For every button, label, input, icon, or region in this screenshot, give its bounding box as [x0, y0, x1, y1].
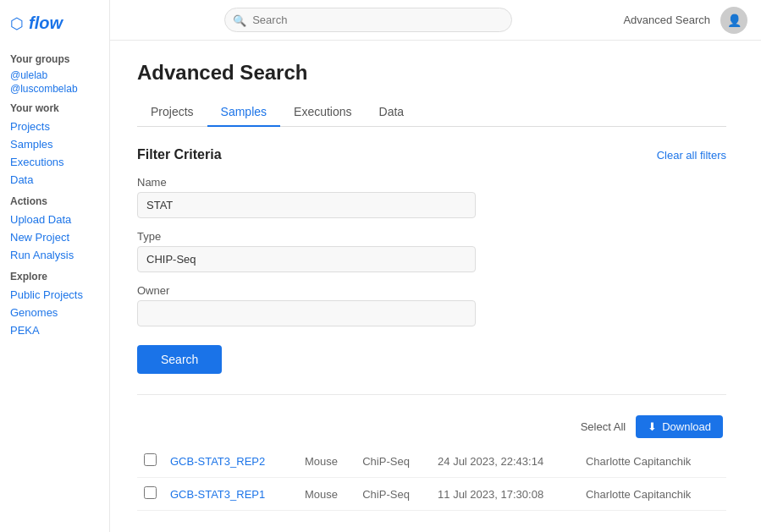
- search-icon: 🔍: [233, 14, 246, 26]
- topbar: 🔍 Advanced Search 👤: [110, 0, 761, 41]
- work-section-label: Your work: [0, 96, 109, 118]
- sample-organism-2: Mouse: [298, 478, 356, 511]
- owner-filter-field: Owner: [137, 284, 726, 326]
- nav-new-project[interactable]: New Project: [0, 228, 109, 246]
- tab-samples[interactable]: Samples: [207, 98, 280, 127]
- owner-filter-label: Owner: [137, 284, 726, 297]
- table-row: GCB-STAT3_REP2 Mouse ChiP-Seq 24 Jul 202…: [137, 445, 726, 478]
- row-checkbox-1[interactable]: [144, 453, 157, 466]
- nav-projects[interactable]: Projects: [0, 118, 109, 135]
- advanced-search-link[interactable]: Advanced Search: [623, 14, 710, 26]
- actions-section-label: Actions: [0, 189, 109, 211]
- nav-upload-data[interactable]: Upload Data: [0, 211, 109, 228]
- sample-type-1: ChiP-Seq: [356, 445, 431, 478]
- name-filter-label: Name: [137, 176, 726, 189]
- explore-section-label: Explore: [0, 264, 109, 286]
- type-filter-field: Type: [137, 230, 726, 272]
- nav-run-analysis[interactable]: Run Analysis: [0, 246, 109, 264]
- user-avatar[interactable]: 👤: [720, 7, 747, 34]
- filter-header: Filter Criteria Clear all filters: [137, 147, 726, 162]
- results-divider: [137, 394, 726, 395]
- global-search-bar[interactable]: 🔍: [224, 8, 512, 32]
- nav-genomes[interactable]: Genomes: [0, 304, 109, 321]
- results-table: GCB-STAT3_REP2 Mouse ChiP-Seq 24 Jul 202…: [137, 445, 726, 511]
- group-luscombelab[interactable]: @luscombelab: [0, 82, 109, 96]
- row-checkbox-2[interactable]: [144, 486, 157, 499]
- search-button[interactable]: Search: [137, 345, 222, 374]
- tabs: Projects Samples Executions Data: [137, 98, 726, 127]
- logo: ⬡ flow: [0, 10, 109, 47]
- name-filter-input[interactable]: [137, 192, 476, 218]
- tab-data[interactable]: Data: [366, 98, 418, 127]
- sample-type-2: ChiP-Seq: [356, 478, 431, 511]
- logo-text: flow: [29, 14, 63, 33]
- nav-executions[interactable]: Executions: [0, 153, 109, 171]
- results-toolbar: Select All ⬇ Download: [137, 415, 726, 438]
- sample-organism-1: Mouse: [298, 445, 356, 478]
- type-filter-input[interactable]: [137, 246, 476, 272]
- type-filter-label: Type: [137, 230, 726, 243]
- sample-owner-2: Charlotte Capitanchik: [579, 478, 726, 511]
- group-ulelab[interactable]: @ulelab: [0, 69, 109, 82]
- clear-all-filters-link[interactable]: Clear all filters: [657, 149, 726, 162]
- nav-samples[interactable]: Samples: [0, 135, 109, 153]
- download-button-label: Download: [662, 420, 711, 433]
- nav-data[interactable]: Data: [0, 171, 109, 189]
- main-content: Advanced Search Projects Samples Executi…: [110, 41, 761, 532]
- nav-peka[interactable]: PEKA: [0, 321, 109, 339]
- tab-projects[interactable]: Projects: [137, 98, 207, 127]
- filter-title: Filter Criteria: [137, 147, 222, 162]
- name-filter-field: Name: [137, 176, 726, 218]
- sample-owner-1: Charlotte Capitanchik: [579, 445, 726, 478]
- sample-name-2[interactable]: GCB-STAT3_REP1: [163, 478, 298, 511]
- nav-public-projects[interactable]: Public Projects: [0, 286, 109, 304]
- sidebar: ⬡ flow Your groups @ulelab @luscombelab …: [0, 0, 110, 532]
- select-all-label: Select All: [581, 420, 626, 433]
- download-icon: ⬇: [648, 420, 657, 433]
- page-title: Advanced Search: [137, 61, 726, 85]
- table-row: GCB-STAT3_REP1 Mouse ChiP-Seq 11 Jul 202…: [137, 478, 726, 511]
- owner-filter-input[interactable]: [137, 300, 476, 326]
- groups-section-label: Your groups: [0, 47, 109, 69]
- sample-date-1: 24 Jul 2023, 22:43:14: [431, 445, 579, 478]
- global-search-input[interactable]: [224, 8, 512, 32]
- sample-name-1[interactable]: GCB-STAT3_REP2: [163, 445, 298, 478]
- logo-icon: ⬡: [10, 14, 24, 33]
- sample-date-2: 11 Jul 2023, 17:30:08: [431, 478, 579, 511]
- tab-executions[interactable]: Executions: [280, 98, 365, 127]
- download-button[interactable]: ⬇ Download: [636, 415, 723, 438]
